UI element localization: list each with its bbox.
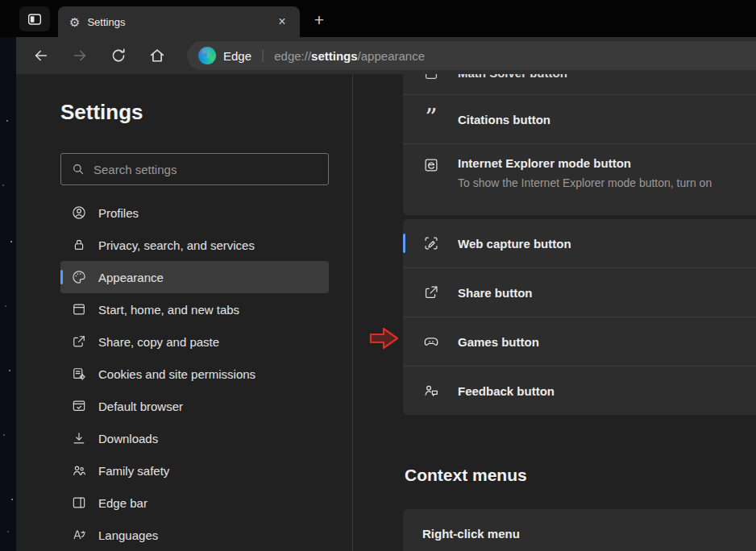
settings-search-box[interactable] bbox=[60, 153, 329, 185]
row-label: Share button bbox=[458, 286, 533, 300]
sidebar-item-label: Family safety bbox=[98, 464, 169, 478]
tab-title: Settings bbox=[87, 16, 265, 28]
red-arrow-annotation bbox=[368, 325, 401, 352]
download-icon bbox=[71, 430, 87, 446]
context-menus-heading: Context menus bbox=[405, 466, 527, 485]
ie-mode-icon bbox=[422, 156, 440, 174]
row-label: Web capture button bbox=[458, 237, 571, 251]
settings-row-math-solver[interactable]: Math Solver button bbox=[403, 74, 756, 94]
web-capture-icon bbox=[422, 234, 440, 252]
settings-nav-list: Profiles Privacy, search, and services A… bbox=[60, 197, 329, 551]
tab-layout-icon bbox=[26, 10, 44, 28]
highlight-accent-bar bbox=[403, 234, 405, 253]
sidebar-item-cookies[interactable]: Cookies and site permissions bbox=[60, 358, 329, 390]
sidebar-item-label: Edge bar bbox=[98, 496, 147, 510]
settings-row-ie-mode[interactable]: Internet Explorer mode button To show th… bbox=[403, 144, 756, 215]
address-separator: | bbox=[261, 48, 264, 63]
home-button[interactable] bbox=[143, 42, 171, 69]
sidebar-item-label: Downloads bbox=[98, 432, 158, 445]
back-icon bbox=[32, 47, 50, 64]
toolbar-buttons-card: Math Solver button ” Citations button In… bbox=[403, 74, 756, 215]
sidebar-divider bbox=[352, 74, 353, 551]
url-rest: /appearance bbox=[358, 49, 425, 63]
settings-search-input[interactable] bbox=[93, 163, 318, 176]
sidebar-item-label: Default browser bbox=[98, 400, 183, 413]
games-controller-icon bbox=[422, 333, 440, 350]
lock-icon bbox=[71, 237, 87, 253]
sidebar-item-privacy[interactable]: Privacy, search, and services bbox=[60, 229, 329, 261]
forward-icon bbox=[71, 47, 89, 64]
toolbar-buttons-card-2: Web capture button Share button Games bu… bbox=[403, 219, 756, 415]
browser-check-icon bbox=[71, 398, 87, 414]
address-url: edge://settings/appearance bbox=[274, 49, 425, 63]
sidebar-item-label: Profiles bbox=[98, 206, 139, 220]
appearance-settings-pane: Math Solver button ” Citations button In… bbox=[403, 74, 756, 551]
row-label: Right-click menu bbox=[422, 527, 520, 541]
back-button[interactable] bbox=[27, 42, 55, 69]
new-tab-page-icon bbox=[71, 301, 87, 317]
sidebar-item-default-browser[interactable]: Default browser bbox=[60, 390, 329, 422]
sidebar-item-share-copy[interactable]: Share, copy and paste bbox=[60, 325, 329, 358]
search-icon bbox=[71, 162, 85, 176]
share-icon bbox=[71, 334, 87, 350]
tab-favicon-gear-icon: ⚙ bbox=[69, 16, 80, 28]
sidebar-item-appearance[interactable]: Appearance bbox=[60, 261, 329, 293]
row-label: Feedback button bbox=[458, 384, 555, 398]
row-label: Math Solver button bbox=[458, 74, 567, 80]
sidebar-item-downloads[interactable]: Downloads bbox=[60, 422, 329, 454]
screen: ⚙ Settings × + Edge bbox=[0, 0, 756, 551]
site-permissions-icon bbox=[71, 366, 87, 382]
settings-page-title: Settings bbox=[60, 100, 143, 125]
sidebar-item-label: Languages bbox=[98, 528, 158, 542]
citations-icon: ” bbox=[422, 110, 440, 128]
forward-button[interactable] bbox=[66, 42, 93, 69]
settings-row-web-capture[interactable]: Web capture button bbox=[403, 219, 756, 267]
edge-bar-icon bbox=[71, 495, 87, 511]
sidebar-item-start-home[interactable]: Start, home, and new tabs bbox=[60, 293, 329, 325]
settings-page: Settings Profiles Privacy, search, and s… bbox=[16, 74, 756, 551]
sidebar-item-label: Cookies and site permissions bbox=[98, 367, 255, 381]
refresh-button[interactable] bbox=[105, 42, 132, 69]
tab-close-icon[interactable]: × bbox=[272, 12, 292, 31]
sidebar-item-edge-bar[interactable]: Edge bar bbox=[60, 487, 329, 519]
browser-tab-settings[interactable]: ⚙ Settings × bbox=[58, 6, 300, 37]
address-bar[interactable]: Edge | edge://settings/appearance bbox=[187, 41, 756, 70]
tab-layout-button[interactable] bbox=[19, 6, 50, 31]
address-brand: Edge bbox=[223, 49, 251, 63]
settings-row-games[interactable]: Games button bbox=[403, 317, 756, 366]
math-solver-icon bbox=[422, 74, 440, 81]
settings-row-right-click-menu[interactable]: Right-click menu bbox=[403, 509, 756, 551]
red-arrow-icon bbox=[368, 325, 401, 352]
home-icon bbox=[148, 47, 166, 64]
refresh-icon bbox=[110, 47, 127, 64]
url-scheme: edge:// bbox=[274, 49, 311, 63]
palette-icon bbox=[71, 269, 87, 285]
row-description: To show the Internet Explorer mode butto… bbox=[458, 176, 712, 189]
feedback-icon bbox=[422, 382, 440, 400]
settings-row-share[interactable]: Share button bbox=[403, 268, 756, 317]
sidebar-item-label: Appearance bbox=[98, 271, 164, 284]
row-label: Internet Explorer mode button bbox=[458, 156, 631, 170]
sidebar-item-family-safety[interactable]: Family safety bbox=[60, 454, 329, 487]
browser-toolbar: Edge | edge://settings/appearance bbox=[16, 37, 756, 74]
settings-row-citations[interactable]: ” Citations button bbox=[403, 95, 756, 143]
share-button-icon bbox=[422, 284, 440, 301]
row-label: Games button bbox=[458, 335, 539, 349]
sidebar-item-label: Share, copy and paste bbox=[98, 335, 219, 349]
context-menus-card: Right-click menu bbox=[403, 509, 756, 551]
url-highlight: settings bbox=[311, 49, 358, 63]
sidebar-item-label: Privacy, search, and services bbox=[98, 238, 255, 252]
new-tab-button[interactable]: + bbox=[308, 9, 330, 31]
profiles-icon bbox=[71, 205, 87, 221]
row-label: Citations button bbox=[458, 113, 550, 126]
languages-icon bbox=[71, 527, 87, 543]
settings-row-feedback[interactable]: Feedback button bbox=[403, 367, 756, 415]
sidebar-item-languages[interactable]: Languages bbox=[60, 519, 329, 551]
browser-tab-bar: ⚙ Settings × + bbox=[0, 0, 756, 37]
family-icon bbox=[71, 462, 87, 478]
edge-logo-icon bbox=[198, 47, 216, 64]
sidebar-item-label: Start, home, and new tabs bbox=[98, 303, 239, 317]
sidebar-item-profiles[interactable]: Profiles bbox=[60, 197, 329, 229]
